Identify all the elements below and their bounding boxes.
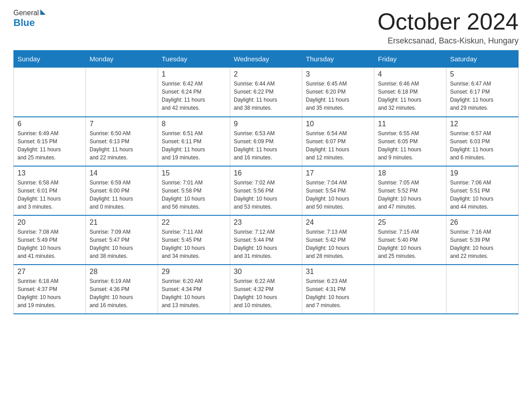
header-cell-saturday: Saturday [446, 51, 519, 68]
day-info: Sunrise: 7:04 AM Sunset: 5:54 PM Dayligh… [306, 179, 370, 211]
day-info: Sunrise: 7:02 AM Sunset: 5:56 PM Dayligh… [234, 179, 298, 211]
day-info: Sunrise: 7:05 AM Sunset: 5:52 PM Dayligh… [378, 179, 442, 211]
calendar-cell: 8Sunrise: 6:51 AM Sunset: 6:11 PM Daylig… [158, 117, 230, 166]
calendar-cell [14, 68, 86, 117]
day-info: Sunrise: 6:54 AM Sunset: 6:07 PM Dayligh… [306, 129, 370, 162]
day-number: 8 [162, 120, 226, 128]
calendar-cell: 30Sunrise: 6:22 AM Sunset: 4:32 PM Dayli… [230, 265, 302, 314]
day-number: 19 [450, 169, 515, 177]
day-number: 27 [17, 268, 82, 276]
day-number: 31 [306, 268, 370, 276]
day-info: Sunrise: 7:16 AM Sunset: 5:39 PM Dayligh… [450, 228, 515, 260]
day-number: 13 [17, 169, 82, 177]
logo-general-text: General [13, 9, 39, 17]
header-row: SundayMondayTuesdayWednesdayThursdayFrid… [14, 51, 519, 68]
day-info: Sunrise: 7:09 AM Sunset: 5:47 PM Dayligh… [90, 228, 154, 260]
day-info: Sunrise: 6:47 AM Sunset: 6:17 PM Dayligh… [450, 80, 515, 112]
day-info: Sunrise: 6:22 AM Sunset: 4:32 PM Dayligh… [234, 277, 298, 309]
day-info: Sunrise: 7:12 AM Sunset: 5:44 PM Dayligh… [234, 228, 298, 260]
day-info: Sunrise: 7:11 AM Sunset: 5:45 PM Dayligh… [162, 228, 226, 260]
calendar-cell: 5Sunrise: 6:47 AM Sunset: 6:17 PM Daylig… [446, 68, 519, 117]
day-number: 7 [90, 120, 154, 128]
day-info: Sunrise: 6:58 AM Sunset: 6:01 PM Dayligh… [17, 179, 82, 211]
calendar-cell: 1Sunrise: 6:42 AM Sunset: 6:24 PM Daylig… [158, 68, 230, 117]
day-info: Sunrise: 7:15 AM Sunset: 5:40 PM Dayligh… [378, 228, 442, 260]
day-info: Sunrise: 7:01 AM Sunset: 5:58 PM Dayligh… [162, 179, 226, 211]
header-cell-friday: Friday [374, 51, 446, 68]
calendar-cell: 10Sunrise: 6:54 AM Sunset: 6:07 PM Dayli… [302, 117, 374, 166]
day-number: 30 [234, 268, 298, 276]
day-info: Sunrise: 6:51 AM Sunset: 6:11 PM Dayligh… [162, 129, 226, 162]
day-number: 5 [450, 70, 515, 78]
day-number: 29 [162, 268, 226, 276]
day-info: Sunrise: 6:46 AM Sunset: 6:18 PM Dayligh… [378, 80, 442, 112]
header-cell-sunday: Sunday [14, 51, 86, 68]
day-info: Sunrise: 6:42 AM Sunset: 6:24 PM Dayligh… [162, 80, 226, 112]
calendar-cell: 24Sunrise: 7:13 AM Sunset: 5:42 PM Dayli… [302, 215, 374, 265]
calendar-cell: 3Sunrise: 6:45 AM Sunset: 6:20 PM Daylig… [302, 68, 374, 117]
week-row-2: 6Sunrise: 6:49 AM Sunset: 6:15 PM Daylig… [14, 117, 519, 166]
day-info: Sunrise: 7:06 AM Sunset: 5:51 PM Dayligh… [450, 179, 515, 211]
calendar-cell: 17Sunrise: 7:04 AM Sunset: 5:54 PM Dayli… [302, 166, 374, 215]
day-number: 28 [90, 268, 154, 276]
week-row-4: 20Sunrise: 7:08 AM Sunset: 5:49 PM Dayli… [14, 215, 519, 265]
day-info: Sunrise: 6:23 AM Sunset: 4:31 PM Dayligh… [306, 277, 370, 309]
calendar-cell: 13Sunrise: 6:58 AM Sunset: 6:01 PM Dayli… [14, 166, 86, 215]
calendar-table: SundayMondayTuesdayWednesdayThursdayFrid… [13, 50, 519, 314]
day-number: 9 [234, 120, 298, 128]
day-info: Sunrise: 6:18 AM Sunset: 4:37 PM Dayligh… [17, 277, 82, 309]
day-number: 6 [17, 120, 82, 128]
day-info: Sunrise: 6:50 AM Sunset: 6:13 PM Dayligh… [90, 129, 154, 162]
calendar-cell [374, 265, 446, 314]
calendar-cell: 21Sunrise: 7:09 AM Sunset: 5:47 PM Dayli… [86, 215, 158, 265]
day-number: 15 [162, 169, 226, 177]
title-section: October 2024 Ersekcsanad, Bacs-Kiskun, H… [378, 9, 519, 46]
calendar-cell: 20Sunrise: 7:08 AM Sunset: 5:49 PM Dayli… [14, 215, 86, 265]
day-number: 12 [450, 120, 515, 128]
calendar-cell: 23Sunrise: 7:12 AM Sunset: 5:44 PM Dayli… [230, 215, 302, 265]
day-info: Sunrise: 6:45 AM Sunset: 6:20 PM Dayligh… [306, 80, 370, 112]
day-number: 23 [234, 218, 298, 227]
week-row-1: 1Sunrise: 6:42 AM Sunset: 6:24 PM Daylig… [14, 68, 519, 117]
header-cell-tuesday: Tuesday [158, 51, 230, 68]
calendar-cell: 19Sunrise: 7:06 AM Sunset: 5:51 PM Dayli… [446, 166, 519, 215]
logo-arrow-icon [40, 9, 46, 15]
calendar-cell: 12Sunrise: 6:57 AM Sunset: 6:03 PM Dayli… [446, 117, 519, 166]
day-info: Sunrise: 6:53 AM Sunset: 6:09 PM Dayligh… [234, 129, 298, 162]
logo-blue-text: Blue [13, 17, 35, 28]
calendar-cell: 27Sunrise: 6:18 AM Sunset: 4:37 PM Dayli… [14, 265, 86, 314]
calendar-cell: 29Sunrise: 6:20 AM Sunset: 4:34 PM Dayli… [158, 265, 230, 314]
location-text: Ersekcsanad, Bacs-Kiskun, Hungary [378, 36, 519, 46]
month-title: October 2024 [378, 9, 519, 34]
header-cell-thursday: Thursday [302, 51, 374, 68]
day-number: 10 [306, 120, 370, 128]
day-info: Sunrise: 6:44 AM Sunset: 6:22 PM Dayligh… [234, 80, 298, 112]
calendar-cell: 14Sunrise: 6:59 AM Sunset: 6:00 PM Dayli… [86, 166, 158, 215]
day-info: Sunrise: 6:20 AM Sunset: 4:34 PM Dayligh… [162, 277, 226, 309]
calendar-cell [446, 265, 519, 314]
header-cell-wednesday: Wednesday [230, 51, 302, 68]
calendar-header: SundayMondayTuesdayWednesdayThursdayFrid… [14, 51, 519, 68]
day-number: 20 [17, 218, 82, 227]
day-number: 26 [450, 218, 515, 227]
day-number: 18 [378, 169, 442, 177]
day-number: 1 [162, 70, 226, 78]
calendar-cell: 7Sunrise: 6:50 AM Sunset: 6:13 PM Daylig… [86, 117, 158, 166]
day-info: Sunrise: 6:19 AM Sunset: 4:36 PM Dayligh… [90, 277, 154, 309]
day-info: Sunrise: 6:59 AM Sunset: 6:00 PM Dayligh… [90, 179, 154, 211]
day-info: Sunrise: 6:57 AM Sunset: 6:03 PM Dayligh… [450, 129, 515, 162]
header-cell-monday: Monday [86, 51, 158, 68]
day-info: Sunrise: 7:08 AM Sunset: 5:49 PM Dayligh… [17, 228, 82, 260]
calendar-cell: 28Sunrise: 6:19 AM Sunset: 4:36 PM Dayli… [86, 265, 158, 314]
day-number: 24 [306, 218, 370, 227]
day-number: 21 [90, 218, 154, 227]
calendar-cell: 6Sunrise: 6:49 AM Sunset: 6:15 PM Daylig… [14, 117, 86, 166]
week-row-3: 13Sunrise: 6:58 AM Sunset: 6:01 PM Dayli… [14, 166, 519, 215]
day-number: 17 [306, 169, 370, 177]
calendar-cell: 25Sunrise: 7:15 AM Sunset: 5:40 PM Dayli… [374, 215, 446, 265]
day-number: 22 [162, 218, 226, 227]
calendar-cell: 11Sunrise: 6:55 AM Sunset: 6:05 PM Dayli… [374, 117, 446, 166]
calendar-cell: 2Sunrise: 6:44 AM Sunset: 6:22 PM Daylig… [230, 68, 302, 117]
day-info: Sunrise: 7:13 AM Sunset: 5:42 PM Dayligh… [306, 228, 370, 260]
day-info: Sunrise: 6:55 AM Sunset: 6:05 PM Dayligh… [378, 129, 442, 162]
